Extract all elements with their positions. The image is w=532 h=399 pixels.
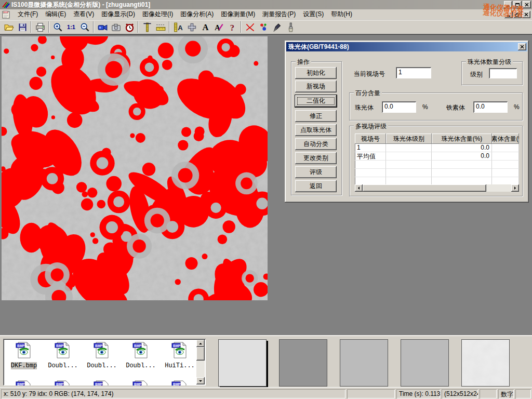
close-button[interactable]	[523, 1, 531, 8]
scrollbar-thumb[interactable]	[363, 184, 486, 192]
mdi-minimize-button[interactable]	[504, 11, 513, 18]
toolbar-separator	[138, 21, 139, 33]
pearlite-dialog: 珠光体(GB/T9441-88) 操作 初始化 新视场 二值化 修正 点取珠光体…	[285, 41, 529, 203]
time-status: Time (s): 0.113	[396, 389, 440, 398]
mode-status: 数字	[498, 389, 514, 398]
scroll-down-icon[interactable]	[196, 377, 205, 384]
ferrite-percent-input[interactable]: 0.0	[473, 101, 508, 113]
caliper-icon[interactable]	[140, 21, 154, 33]
grid-icon[interactable]	[185, 21, 198, 33]
svg-text:A: A	[202, 22, 208, 32]
scroll-up-icon[interactable]	[196, 340, 205, 347]
particles-icon[interactable]	[257, 21, 270, 33]
file-item[interactable]: BMP DKF.bmp	[5, 341, 43, 369]
table-row[interactable]: 1 0.0	[355, 144, 519, 152]
ferrite-unit: %	[514, 103, 520, 111]
thumbnail-3[interactable]	[340, 339, 388, 387]
svg-text:BMP: BMP	[17, 382, 25, 386]
save-icon[interactable]	[16, 21, 29, 33]
operations-group-label: 操作	[296, 58, 311, 66]
zoom-in-icon[interactable]	[51, 21, 64, 33]
binarize-button[interactable]: 二值化	[295, 95, 337, 107]
file-name[interactable]: DKF.bmp	[11, 362, 37, 369]
text-icon[interactable]: A	[198, 21, 212, 33]
current-field-input[interactable]: 1	[396, 67, 431, 78]
return-button[interactable]: 返回	[295, 180, 337, 192]
brush-icon[interactable]	[284, 21, 297, 33]
thumbnail-4[interactable]	[401, 339, 449, 387]
mdi-restore-button[interactable]	[513, 11, 522, 18]
menu-report[interactable]: 测量报告(P)	[259, 9, 299, 20]
actual-size-icon[interactable]: 1:1	[64, 21, 78, 33]
file-name[interactable]: Doubl...	[48, 362, 78, 369]
file-item[interactable]: BMP Doubl...	[122, 341, 159, 369]
ruler-icon[interactable]	[154, 21, 167, 33]
change-class-button[interactable]: 更改类别	[295, 152, 337, 164]
pen-icon[interactable]	[270, 21, 284, 33]
menu-file[interactable]: 文件(F)	[14, 9, 42, 20]
file-name[interactable]: Doubl...	[126, 362, 156, 369]
pearlite-label: 珠光体	[355, 103, 374, 112]
dialog-title-bar[interactable]: 珠光体(GB/T9441-88)	[286, 42, 527, 51]
annotate-icon[interactable]: A	[212, 21, 225, 33]
micrograph-image[interactable]	[2, 36, 268, 300]
thumbnail-2[interactable]	[279, 339, 327, 387]
file-item[interactable]: BMP	[5, 379, 43, 385]
help-icon[interactable]: ?	[225, 21, 239, 33]
thumbnail-5[interactable]	[461, 339, 510, 387]
menu-image-analysis[interactable]: 图像分析(A)	[177, 9, 217, 20]
grade-input[interactable]	[489, 68, 517, 78]
menu-view[interactable]: 查看(V)	[70, 9, 98, 20]
mdi-close-button[interactable]	[522, 11, 530, 18]
file-item[interactable]: BMP Doubl...	[44, 341, 82, 369]
file-item[interactable]: BMP	[161, 379, 198, 385]
table-horizontal-scrollbar[interactable]	[355, 184, 519, 192]
menu-bar: DOC 文件(F) 编辑(E) 查看(V) 图像显示(D) 图像处理(I) 图像…	[0, 9, 532, 20]
thumbnail-1[interactable]	[218, 339, 267, 387]
pick-pearlite-button[interactable]: 点取珠光体	[295, 124, 337, 136]
file-name[interactable]: HuiTi...	[165, 362, 195, 369]
file-item[interactable]: BMP	[122, 379, 159, 385]
menu-image-measure[interactable]: 图像测量(M)	[217, 9, 259, 20]
init-button[interactable]: 初始化	[295, 67, 337, 79]
file-name[interactable]: Doubl...	[87, 362, 117, 369]
menu-settings[interactable]: 设置(S)	[299, 9, 327, 20]
svg-text:A: A	[215, 23, 220, 32]
camera-icon[interactable]	[109, 21, 123, 33]
video-camera-icon[interactable]	[96, 21, 109, 33]
file-item[interactable]: BMP	[44, 379, 82, 385]
print-icon[interactable]	[33, 21, 47, 33]
correct-button[interactable]: 修正	[295, 110, 337, 122]
open-icon[interactable]	[2, 21, 16, 33]
table-row[interactable]: 平均值 0.0	[355, 152, 519, 161]
curve-tool-icon[interactable]	[243, 21, 257, 33]
scroll-right-icon[interactable]	[511, 184, 519, 192]
pearlite-percent-input[interactable]: 0.0	[382, 101, 416, 113]
minimize-button[interactable]	[504, 1, 512, 8]
scroll-left-icon[interactable]	[355, 184, 363, 192]
measure-text-icon[interactable]: A	[171, 21, 185, 33]
menu-edit[interactable]: 编辑(E)	[42, 9, 70, 20]
grade-button[interactable]: 评级	[295, 166, 337, 178]
dialog-close-icon[interactable]	[518, 43, 526, 50]
svg-text:BMP: BMP	[95, 382, 103, 386]
svg-text:BMP: BMP	[17, 344, 25, 348]
file-browser[interactable]: BMP DKF.bmp BMP Doubl... BMP	[3, 339, 206, 385]
file-list-scrollbar[interactable]	[196, 340, 205, 384]
grading-table[interactable]: 视场号 珠光体级别 珠光体含量(%) 铁素体含量(%) 1 0.0 平均值 0.…	[355, 134, 519, 185]
timer-icon[interactable]	[123, 21, 136, 33]
new-field-button[interactable]: 新视场	[295, 81, 337, 92]
file-item[interactable]: BMP	[83, 379, 121, 385]
scrollbar-thumb[interactable]	[196, 347, 205, 361]
maximize-button[interactable]	[513, 1, 522, 8]
file-item[interactable]: BMP Doubl...	[83, 341, 121, 369]
menu-help[interactable]: 帮助(H)	[327, 9, 356, 20]
menu-image-display[interactable]: 图像显示(D)	[98, 9, 139, 20]
zoom-out-icon[interactable]	[78, 21, 91, 33]
grade-label: 级别	[470, 70, 483, 79]
col-ferrite-pct: 铁素体含量(%)	[492, 134, 519, 144]
svg-text:A: A	[178, 24, 183, 32]
menu-image-process[interactable]: 图像处理(I)	[139, 9, 177, 20]
auto-classify-button[interactable]: 自动分类	[295, 138, 337, 150]
file-item[interactable]: BMP HuiTi...	[161, 341, 198, 369]
